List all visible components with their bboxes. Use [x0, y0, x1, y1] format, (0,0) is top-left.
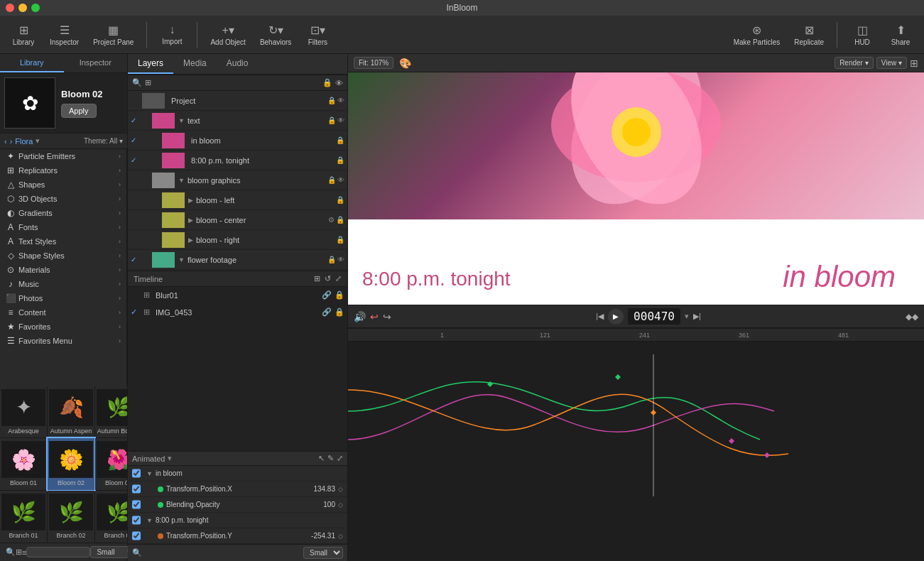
- animated-row[interactable]: Blending.Opacity 100 ◇: [128, 497, 347, 513]
- animated-row[interactable]: ▼ in bloom: [128, 466, 347, 481]
- window-controls[interactable]: [6, 4, 40, 12]
- lib-grid-item[interactable]: ✦ Arabesque: [0, 386, 47, 438]
- layer-row[interactable]: ✓ in bloom 🔒: [128, 131, 347, 151]
- anim-cursor-icon[interactable]: ↖: [318, 454, 325, 463]
- fullscreen-button[interactable]: [31, 4, 40, 12]
- redo-icon[interactable]: ↪: [383, 311, 391, 322]
- render-button[interactable]: Render ▾: [835, 57, 874, 69]
- keyframe-5[interactable]: [764, 452, 770, 458]
- list-icon[interactable]: ⊞: [16, 548, 22, 557]
- filters-button[interactable]: ⊡▾ Filters: [300, 21, 335, 49]
- category-item[interactable]: A Fonts ›: [0, 220, 126, 234]
- keyframe-4[interactable]: [651, 410, 656, 415]
- anim-keyframe-icon[interactable]: ◇: [338, 486, 343, 493]
- category-item[interactable]: ⊞ Replicators ›: [0, 163, 126, 178]
- category-item[interactable]: ♪ Music ›: [0, 277, 126, 291]
- undo-icon[interactable]: ↩: [370, 311, 379, 322]
- behaviors-button[interactable]: ↻▾ Behaviors: [254, 21, 297, 49]
- nav-forward[interactable]: ›: [10, 137, 13, 146]
- anim-keyframe-icon[interactable]: ◇: [338, 533, 343, 540]
- category-item[interactable]: ◇ Shape Styles ›: [0, 249, 126, 263]
- inspector-button[interactable]: ☰ Inspector: [44, 21, 85, 49]
- lib-grid-item[interactable]: 🌸 Bloom 01: [0, 438, 47, 490]
- anim-checkbox[interactable]: [132, 531, 141, 540]
- search-input[interactable]: [30, 548, 87, 556]
- layer-row[interactable]: Project 🔒👁: [128, 91, 347, 111]
- project-pane-button[interactable]: ▦ Project Pane: [87, 21, 139, 49]
- close-button[interactable]: [6, 4, 14, 12]
- layers-grid-icon[interactable]: ⊞: [145, 78, 151, 87]
- tl-loop-icon[interactable]: ↺: [325, 274, 331, 283]
- tl-grid-icon[interactable]: ⊞: [314, 274, 320, 283]
- hud-button[interactable]: ◫ HUD: [844, 21, 880, 49]
- layer-checkbox[interactable]: ✓: [131, 156, 141, 164]
- category-item[interactable]: △ Shapes ›: [0, 178, 126, 192]
- timeline-row[interactable]: ✓ ⊞ IMG_0453 🔗 🔒: [128, 304, 347, 321]
- keyframe-3[interactable]: [729, 438, 734, 444]
- canvas-fit-label[interactable]: Fit: 107%: [354, 57, 393, 69]
- layer-row[interactable]: ▶ bloom - right 🔒: [128, 230, 347, 250]
- animated-row[interactable]: Transform.Position.X 134.83 ◇: [128, 481, 347, 497]
- tab-media[interactable]: Media: [173, 54, 217, 74]
- layer-expand-icon[interactable]: ▼: [178, 117, 185, 124]
- tab-audio[interactable]: Audio: [217, 54, 259, 74]
- category-item[interactable]: A Text Styles ›: [0, 234, 126, 249]
- layer-expand-icon[interactable]: ▶: [188, 236, 193, 244]
- keyframe-2[interactable]: [615, 374, 621, 380]
- tab-library[interactable]: Library: [0, 54, 64, 72]
- layer-expand-icon[interactable]: ▶: [188, 217, 193, 224]
- skip-forward-icon[interactable]: ▶|: [693, 312, 701, 321]
- layer-checkbox[interactable]: ✓: [131, 256, 141, 263]
- layer-checkbox[interactable]: ✓: [131, 136, 141, 144]
- tl-expand-icon[interactable]: ⤢: [335, 274, 342, 283]
- anim-checkbox[interactable]: [132, 469, 141, 478]
- layer-row[interactable]: ▼ bloom graphics 🔒👁: [128, 170, 347, 190]
- import-button[interactable]: ↓ Import: [154, 21, 190, 48]
- anim-checkbox[interactable]: [132, 500, 141, 509]
- category-item[interactable]: ◐ Gradients ›: [0, 206, 126, 220]
- lib-grid-item[interactable]: 🌺 Bloom 03: [95, 438, 127, 490]
- anim-expand-icon[interactable]: ▼: [146, 470, 153, 477]
- lib-grid-item[interactable]: 🌼 Bloom 02: [48, 438, 94, 490]
- category-item[interactable]: ✦ Particle Emitters ›: [0, 149, 126, 163]
- volume-icon[interactable]: 🔊: [354, 311, 366, 322]
- lib-grid-item[interactable]: 🌿 Branch 03: [95, 491, 127, 543]
- animated-row[interactable]: ▼ 8:00 p.m. tonight: [128, 513, 347, 528]
- layer-row[interactable]: ✓ ▼ text 🔒👁: [128, 111, 347, 131]
- tab-layers[interactable]: Layers: [128, 54, 173, 74]
- lib-grid-item[interactable]: 🌿 Autumn Border: [95, 386, 127, 438]
- layer-checkbox[interactable]: ✓: [131, 116, 141, 124]
- library-button[interactable]: ⊞ Library: [6, 21, 41, 49]
- category-item[interactable]: ≡ Content ›: [0, 305, 126, 320]
- layer-expand-icon[interactable]: ▼: [178, 256, 185, 263]
- layer-expand-icon[interactable]: ▶: [188, 197, 193, 204]
- anim-checkbox[interactable]: [132, 516, 141, 525]
- nav-theme[interactable]: Theme: All ▾: [84, 137, 123, 145]
- minimize-button[interactable]: [18, 4, 27, 12]
- replicate-button[interactable]: ⊠ Replicate: [788, 21, 830, 49]
- anim-checkbox[interactable]: [132, 484, 141, 494]
- anim-keyframe-icon[interactable]: ◇: [338, 501, 343, 508]
- layer-row[interactable]: ▶ bloom - left 🔒: [128, 190, 347, 210]
- tl-check[interactable]: ✓: [131, 307, 141, 317]
- make-particles-button[interactable]: ⊛ Make Particles: [728, 21, 786, 49]
- anim-expand-icon[interactable]: ▼: [146, 517, 153, 524]
- nav-back[interactable]: ‹: [4, 137, 7, 146]
- layer-row[interactable]: ✓ ▼ flower footage 🔒👁: [128, 250, 347, 270]
- timeline-row[interactable]: ⊞ Blur01 🔗 🔒: [128, 287, 347, 304]
- canvas-color-icon[interactable]: 🎨: [399, 58, 411, 69]
- skip-back-icon[interactable]: |◀: [596, 312, 604, 321]
- search-box[interactable]: [26, 547, 90, 557]
- lib-grid-item[interactable]: 🌿 Branch 02: [48, 491, 94, 543]
- lib-grid-item[interactable]: 🍂 Autumn Aspen: [48, 386, 94, 438]
- layer-row[interactable]: ▶ bloom - center ⚙🔒: [128, 210, 347, 230]
- category-item[interactable]: ⊙ Materials ›: [0, 263, 126, 277]
- anim-pen-icon[interactable]: ✎: [327, 454, 334, 463]
- animated-row[interactable]: Transform.Position.Y -254.31 ◇: [128, 528, 347, 544]
- lib-grid-item[interactable]: 🌿 Branch 01: [0, 491, 47, 543]
- play-button[interactable]: ▶: [608, 309, 624, 325]
- category-item[interactable]: ⬛ Photos ›: [0, 291, 126, 305]
- add-object-button[interactable]: +▾ Add Object: [205, 21, 251, 49]
- category-item[interactable]: ★ Favorites ›: [0, 320, 126, 334]
- anim-size-select[interactable]: Small: [303, 547, 343, 559]
